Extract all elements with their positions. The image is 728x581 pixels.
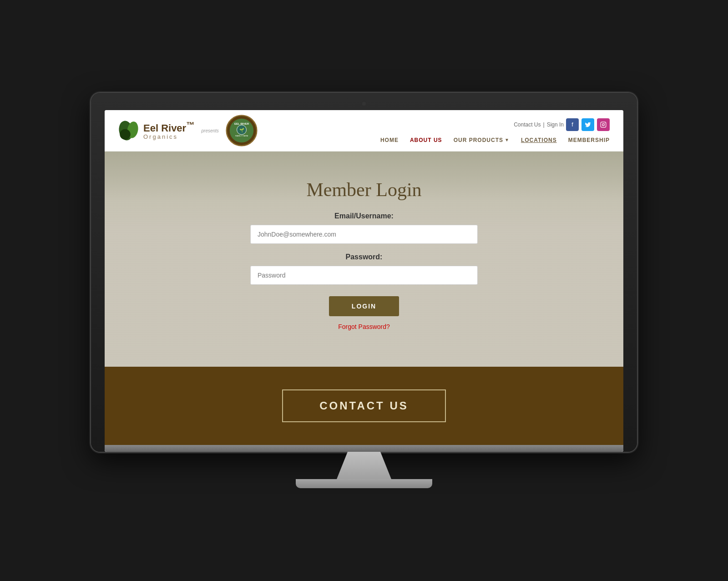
- nav-locations[interactable]: LOCATIONS: [521, 137, 557, 143]
- farm-badge-icon: EEL RIVER FAMILY FARM 🌱: [226, 115, 258, 147]
- monitor-foot: [296, 479, 432, 488]
- separator: |: [543, 121, 545, 128]
- header-top-links: Contact Us | Sign In f: [514, 118, 610, 131]
- svg-text:EEL RIVER: EEL RIVER: [234, 122, 249, 125]
- svg-point-11: [605, 123, 605, 123]
- brand-sub: Organics: [143, 133, 195, 140]
- twitter-icon[interactable]: [581, 118, 594, 131]
- monitor-bottom-bar: [105, 445, 623, 452]
- svg-point-10: [602, 123, 605, 126]
- sign-in-link[interactable]: Sign In: [547, 121, 564, 128]
- logo-icon: [118, 119, 141, 142]
- logo-text: Eel River™ Organics: [143, 121, 195, 140]
- monitor-bezel: Eel River™ Organics presents EEL RIVER F…: [91, 93, 637, 452]
- header-left: Eel River™ Organics presents EEL RIVER F…: [118, 115, 258, 147]
- nav-about[interactable]: ABOUT US: [410, 137, 442, 143]
- monitor-stand: [91, 452, 637, 488]
- instagram-icon[interactable]: [597, 118, 610, 131]
- svg-text:FAMILY FARM: FAMILY FARM: [235, 135, 248, 137]
- footer-cta: CONTACT US: [105, 367, 623, 445]
- nav-home[interactable]: HOME: [380, 137, 399, 143]
- header-right: Contact Us | Sign In f: [380, 118, 610, 143]
- forgot-password-link[interactable]: Forgot Password?: [338, 323, 390, 330]
- login-title: Member Login: [306, 179, 421, 201]
- facebook-icon[interactable]: f: [566, 118, 579, 131]
- hero-section: Member Login Email/Username: Password: L…: [105, 152, 623, 367]
- dropdown-arrow-icon: ▼: [505, 137, 510, 142]
- email-label: Email/Username:: [334, 212, 394, 220]
- monitor-screen: Eel River™ Organics presents EEL RIVER F…: [105, 110, 623, 452]
- nav-membership[interactable]: MEMBERSHIP: [568, 137, 610, 143]
- svg-rect-9: [601, 122, 606, 127]
- contact-us-button[interactable]: CONTACT US: [282, 389, 446, 422]
- contact-us-link[interactable]: Contact Us: [514, 121, 541, 128]
- site-header: Eel River™ Organics presents EEL RIVER F…: [105, 110, 623, 152]
- monitor-neck: [337, 452, 391, 479]
- password-input[interactable]: [250, 266, 478, 285]
- logo-area: Eel River™ Organics: [118, 119, 195, 142]
- monitor-camera: [362, 102, 366, 106]
- social-icons: f: [566, 118, 610, 131]
- svg-point-2: [120, 129, 130, 140]
- brand-name: Eel River™: [143, 121, 195, 133]
- trademark: ™: [186, 120, 194, 130]
- presents-text: presents: [202, 128, 219, 133]
- nav-products[interactable]: OUR PRODUCTS ▼: [454, 137, 510, 143]
- nav-bar: HOME ABOUT US OUR PRODUCTS ▼ LOCATIONS M…: [380, 137, 610, 143]
- login-container: Member Login Email/Username: Password: L…: [105, 152, 623, 367]
- password-label: Password:: [346, 253, 383, 261]
- svg-text:🌱: 🌱: [239, 127, 244, 133]
- login-button[interactable]: LOGIN: [329, 296, 399, 316]
- email-input[interactable]: [250, 225, 478, 244]
